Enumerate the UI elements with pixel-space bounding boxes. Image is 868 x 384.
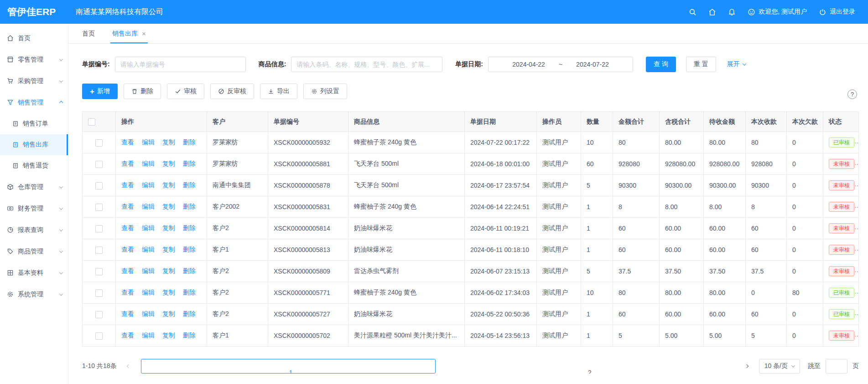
sidebar-item-sales-order[interactable]: 销售订单 <box>0 113 68 134</box>
col-header-receivable: 待收金额 <box>704 112 746 132</box>
welcome-user[interactable]: 欢迎您, 测试用户 <box>748 8 807 16</box>
product-info-input[interactable] <box>291 57 442 72</box>
delete-link[interactable]: 删除 <box>183 160 196 167</box>
search-icon[interactable] <box>689 8 696 16</box>
export-button[interactable]: 导出 <box>260 84 297 99</box>
sidebar-item-basic-data[interactable]: 基本资料 <box>0 262 68 284</box>
row-checkbox[interactable] <box>95 182 103 189</box>
sidebar-item-sales-return[interactable]: 销售退货 <box>0 155 68 176</box>
sidebar-item-finance[interactable]: 财务管理 <box>0 198 68 219</box>
row-checkbox[interactable] <box>95 204 103 211</box>
edit-link[interactable]: 编辑 <box>142 267 155 274</box>
receivable-cell: 60.00 <box>704 239 746 261</box>
delete-button[interactable]: 删除 <box>124 84 161 99</box>
view-link[interactable]: 查看 <box>121 138 134 146</box>
copy-link[interactable]: 复制 <box>162 246 175 253</box>
copy-link[interactable]: 复制 <box>162 181 175 189</box>
sidebar-item-products[interactable]: 商品管理 <box>0 241 68 262</box>
help-icon[interactable]: ? <box>847 89 857 99</box>
date-range-picker[interactable]: 2024-04-22 ~ 2024-07-22 <box>488 57 633 72</box>
row-checkbox[interactable] <box>95 268 103 275</box>
edit-link[interactable]: 编辑 <box>142 224 155 231</box>
copy-link[interactable]: 复制 <box>162 331 175 339</box>
home-icon[interactable] <box>708 8 716 16</box>
sidebar-item-home[interactable]: 首页 <box>0 27 68 49</box>
edit-link[interactable]: 编辑 <box>142 310 155 317</box>
delete-link[interactable]: 删除 <box>183 267 196 274</box>
delete-link[interactable]: 删除 <box>183 331 196 339</box>
view-link[interactable]: 查看 <box>121 203 134 210</box>
logout-button[interactable]: 退出登录 <box>819 8 855 16</box>
edit-link[interactable]: 编辑 <box>142 203 155 210</box>
row-checkbox[interactable] <box>95 332 103 340</box>
row-checkbox[interactable] <box>95 161 103 168</box>
edit-link[interactable]: 编辑 <box>142 246 155 253</box>
notification-bell-icon[interactable] <box>728 8 736 16</box>
prev-page-button[interactable] <box>121 359 136 373</box>
row-checkbox[interactable] <box>95 247 103 254</box>
edit-link[interactable]: 编辑 <box>142 289 155 296</box>
date-start-value[interactable]: 2024-04-22 <box>512 61 545 68</box>
delete-link[interactable]: 删除 <box>183 289 196 296</box>
delete-link[interactable]: 删除 <box>183 224 196 231</box>
row-checkbox[interactable] <box>95 289 103 297</box>
view-link[interactable]: 查看 <box>121 289 134 296</box>
view-link[interactable]: 查看 <box>121 224 134 231</box>
delete-link[interactable]: 删除 <box>183 181 196 189</box>
unaudit-button[interactable]: 反审核 <box>210 84 254 99</box>
edit-link[interactable]: 编辑 <box>142 160 155 167</box>
search-button[interactable]: 查 询 <box>646 57 676 72</box>
table-row: 查看 编辑 复制 删除 罗莱家纺 XSCK00000005881 飞天茅台 50… <box>83 153 859 175</box>
tab-home[interactable]: 首页 <box>82 24 95 43</box>
sidebar-item-sales[interactable]: 销售管理 <box>0 92 68 113</box>
delete-link[interactable]: 删除 <box>183 138 196 146</box>
next-page-button[interactable] <box>739 359 754 373</box>
col-header-status: 状态 <box>823 112 859 132</box>
date-end-value[interactable]: 2024-07-22 <box>576 61 609 68</box>
copy-link[interactable]: 复制 <box>162 224 175 231</box>
select-all-checkbox[interactable] <box>88 118 95 126</box>
page-1-button[interactable]: 1 <box>141 359 436 373</box>
tab-sales-outbound[interactable]: 销售出库 × <box>112 24 146 43</box>
edit-link[interactable]: 编辑 <box>142 138 155 146</box>
page-2-button[interactable]: 2 <box>441 359 734 373</box>
view-link[interactable]: 查看 <box>121 181 134 189</box>
col-header-operations: 操作 <box>116 112 207 132</box>
page-size-select[interactable]: 10 条/页 <box>759 359 800 373</box>
table-body: 查看 编辑 复制 删除 罗莱家纺 XSCK00000005932 蜂蜜柚子茶 2… <box>83 132 859 347</box>
sidebar-item-retail[interactable]: 零售管理 <box>0 49 68 70</box>
sidebar-item-system[interactable]: 系统管理 <box>0 284 68 305</box>
copy-link[interactable]: 复制 <box>162 310 175 317</box>
edit-link[interactable]: 编辑 <box>142 331 155 339</box>
delete-link[interactable]: 删除 <box>183 310 196 317</box>
sidebar-item-sales-outbound[interactable]: 销售出库 <box>0 134 68 155</box>
copy-link[interactable]: 复制 <box>162 203 175 210</box>
view-link[interactable]: 查看 <box>121 160 134 167</box>
column-settings-button[interactable]: 列设置 <box>303 84 347 99</box>
sidebar-item-purchase[interactable]: 采购管理 <box>0 70 68 92</box>
sidebar-item-warehouse[interactable]: 仓库管理 <box>0 176 68 198</box>
expand-link[interactable]: 展开 <box>727 60 746 68</box>
row-checkbox[interactable] <box>95 139 103 147</box>
copy-link[interactable]: 复制 <box>162 289 175 296</box>
delete-link[interactable]: 删除 <box>183 203 196 210</box>
row-checkbox[interactable] <box>95 311 103 318</box>
jump-to-input[interactable] <box>826 359 847 373</box>
reset-button[interactable]: 重 置 <box>686 57 716 72</box>
copy-link[interactable]: 复制 <box>162 160 175 167</box>
close-icon[interactable]: × <box>142 30 146 37</box>
view-link[interactable]: 查看 <box>121 246 134 253</box>
view-link[interactable]: 查看 <box>121 267 134 274</box>
doc-no-input[interactable] <box>115 57 246 72</box>
view-link[interactable]: 查看 <box>121 310 134 317</box>
add-button[interactable]: + 新增 <box>82 84 118 99</box>
product-cell: 美汁源果粒橙 500ml 美汁美汁美汁... <box>348 325 465 347</box>
sidebar-item-reports[interactable]: 报表查询 <box>0 219 68 241</box>
copy-link[interactable]: 复制 <box>162 267 175 274</box>
edit-link[interactable]: 编辑 <box>142 181 155 189</box>
row-checkbox[interactable] <box>95 225 103 232</box>
delete-link[interactable]: 删除 <box>183 246 196 253</box>
audit-button[interactable]: 审核 <box>167 84 204 99</box>
copy-link[interactable]: 复制 <box>162 138 175 146</box>
view-link[interactable]: 查看 <box>121 331 134 339</box>
